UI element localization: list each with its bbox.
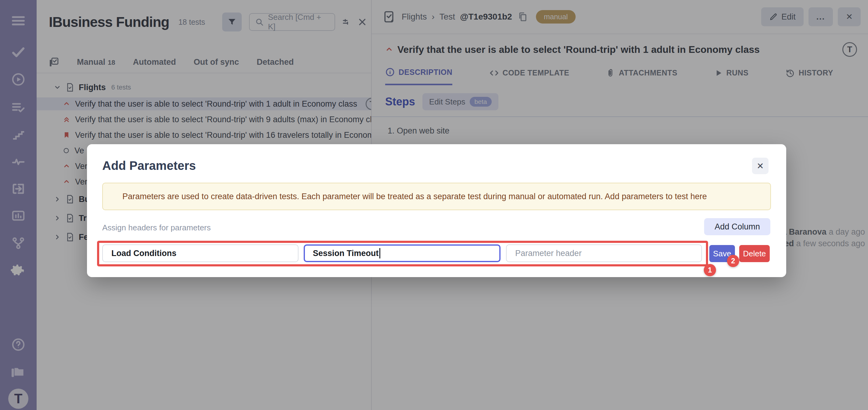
parameter-header-input-2[interactable]: Session Timeout — [304, 244, 500, 262]
add-column-label: Add Column — [714, 222, 760, 232]
delete-button[interactable]: Delete — [739, 245, 770, 262]
close-icon: ✕ — [756, 161, 764, 171]
parameter-value: Load Conditions — [112, 249, 177, 258]
annotation-badge-1: 1 — [704, 264, 716, 276]
app-screen: T IBusiness Funding 18 tests Search [Cmd… — [0, 0, 868, 410]
parameter-value: Session Timeout — [313, 249, 379, 258]
add-parameters-modal: Add Parameters ✕ Parameters are used to … — [87, 144, 786, 277]
parameter-header-input-3[interactable]: Parameter header — [506, 244, 702, 262]
parameter-header-input-1[interactable]: Load Conditions — [102, 244, 299, 262]
parameter-placeholder: Parameter header — [515, 249, 582, 258]
modal-close-button[interactable]: ✕ — [752, 158, 769, 174]
parameters-info-banner: Parameters are used to create data-drive… — [102, 183, 771, 210]
annotation-badge-2: 2 — [727, 255, 739, 267]
text-cursor — [379, 248, 380, 259]
info-text: Parameters are used to create data-drive… — [122, 192, 707, 201]
add-column-button[interactable]: Add Column — [704, 218, 770, 235]
delete-button-label: Delete — [743, 249, 766, 259]
modal-title: Add Parameters — [102, 159, 196, 173]
assign-headers-label: Assign headers for parameters — [102, 223, 211, 233]
